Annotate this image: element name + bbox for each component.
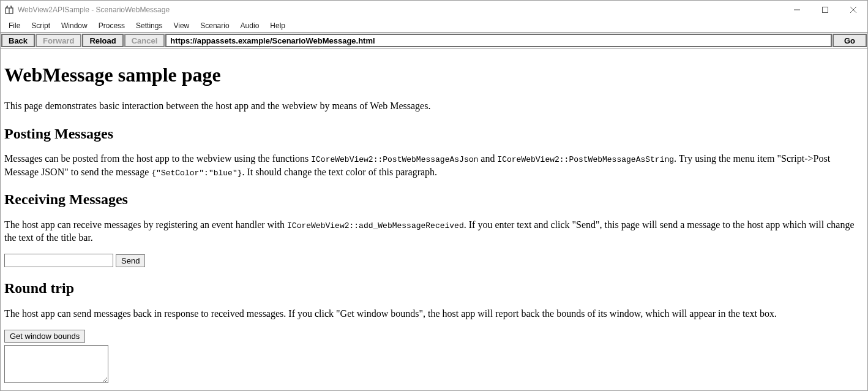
menu-script[interactable]: Script bbox=[26, 20, 56, 31]
menu-window[interactable]: Window bbox=[56, 20, 93, 31]
posting-text-4: . It should change the text color of thi… bbox=[242, 167, 438, 177]
window-title: WebView2APISample - ScenarioWebMessage bbox=[18, 6, 170, 14]
receiving-paragraph: The host app can receive messages by reg… bbox=[4, 218, 864, 245]
menu-process[interactable]: Process bbox=[93, 20, 130, 31]
webview-content: WebMessage sample page This page demonst… bbox=[1, 48, 867, 390]
code-setcolor: {"SetColor":"blue"} bbox=[151, 169, 242, 178]
window-controls bbox=[783, 1, 867, 19]
maximize-button[interactable] bbox=[811, 1, 839, 19]
nav-toolbar: Back Forward Reload Cancel Go bbox=[1, 32, 867, 48]
app-window: WebView2APISample - ScenarioWebMessage F… bbox=[0, 0, 868, 391]
message-input[interactable] bbox=[4, 254, 113, 267]
roundtrip-paragraph: The host app can send messages back in r… bbox=[4, 307, 864, 321]
menu-settings[interactable]: Settings bbox=[130, 20, 168, 31]
code-poststring: ICoreWebView2::PostWebMessageAsString bbox=[497, 155, 674, 164]
code-postjson: ICoreWebView2::PostWebMessageAsJson bbox=[311, 155, 478, 164]
posting-text-2: and bbox=[478, 153, 497, 164]
send-row: Send bbox=[4, 253, 864, 267]
receiving-text-1: The host app can receive messages by reg… bbox=[4, 219, 287, 230]
get-window-bounds-button[interactable]: Get window bounds bbox=[4, 330, 85, 343]
back-button[interactable]: Back bbox=[1, 34, 35, 47]
intro-text: This page demonstrates basic interaction… bbox=[4, 99, 864, 113]
code-addreceived: ICoreWebView2::add_WebMessageReceived bbox=[287, 221, 464, 230]
posting-text-1: Messages can be posted from the host app… bbox=[4, 153, 311, 164]
cancel-button[interactable]: Cancel bbox=[124, 34, 165, 47]
svg-rect-5 bbox=[823, 7, 828, 13]
app-icon bbox=[4, 5, 14, 15]
page-title: WebMessage sample page bbox=[4, 62, 864, 88]
address-input[interactable] bbox=[165, 34, 832, 47]
send-button[interactable]: Send bbox=[116, 254, 145, 267]
menu-file[interactable]: File bbox=[3, 20, 26, 31]
posting-paragraph: Messages can be posted from the host app… bbox=[4, 152, 864, 178]
minimize-button[interactable] bbox=[783, 1, 811, 19]
menu-audio[interactable]: Audio bbox=[235, 20, 265, 31]
menu-scenario[interactable]: Scenario bbox=[195, 20, 234, 31]
close-button[interactable] bbox=[839, 1, 867, 19]
title-bar: WebView2APISample - ScenarioWebMessage bbox=[1, 1, 867, 19]
posting-heading: Posting Messages bbox=[4, 124, 864, 143]
menu-help[interactable]: Help bbox=[264, 20, 291, 31]
go-button[interactable]: Go bbox=[832, 34, 867, 47]
forward-button[interactable]: Forward bbox=[36, 34, 81, 47]
menu-bar: File Script Window Process Settings View… bbox=[1, 19, 867, 32]
menu-view[interactable]: View bbox=[168, 20, 195, 31]
bounds-output[interactable] bbox=[4, 345, 108, 383]
roundtrip-heading: Round trip bbox=[4, 278, 864, 298]
receiving-heading: Receiving Messages bbox=[4, 189, 864, 209]
reload-button[interactable]: Reload bbox=[82, 34, 123, 47]
